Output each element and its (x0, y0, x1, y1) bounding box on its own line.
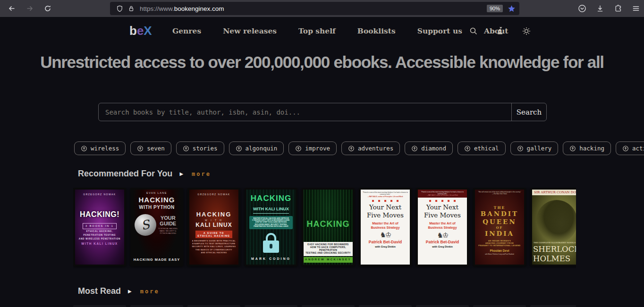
logo-letter-b: b (129, 24, 137, 38)
tag-label: stories (193, 145, 218, 152)
nav-item-support-us[interactable]: Support us (417, 26, 462, 35)
book-cover-your-next-five-moves-alt[interactable]: “Patrick is one of the most exciting thi… (416, 188, 469, 266)
more-link[interactable]: more (140, 288, 160, 295)
reload-icon (44, 5, 51, 12)
book-title: Your NextFive Moves (418, 203, 467, 220)
account-icon[interactable] (495, 26, 505, 36)
book-title-line: THE (475, 206, 524, 210)
book-side-title: YOUR (161, 215, 176, 221)
search-button[interactable]: Search (511, 103, 546, 121)
search-icon[interactable] (468, 26, 479, 36)
tag-hacking[interactable]: hacking (563, 141, 611, 155)
book-title-line: OF (475, 226, 524, 230)
book-coauthor: with Marie-Thérèse Cuny and Paul Rambali (475, 253, 524, 255)
most-read-books-row-peek (73, 305, 576, 307)
tag-gallery[interactable]: gallery (510, 141, 559, 155)
book-coauthor: with Greg Dinkin (418, 245, 467, 249)
book-side-title: GUIDE (160, 221, 176, 226)
book-series-line: THE COMPLETE ILLUSTRATED NOVELS (534, 241, 576, 244)
book-cover-your-next-five-moves[interactable]: “Patrick is one of the most exciting thi… (359, 188, 412, 266)
site-logo[interactable]: beX (129, 24, 152, 38)
tag-label: diamond (421, 145, 446, 152)
theme-toggle-sun-icon[interactable] (521, 26, 532, 36)
tag-algonquin[interactable]: algonquin (229, 141, 284, 155)
more-link[interactable]: more (192, 171, 211, 177)
book-cover-bandit-queen-of-india[interactable]: “She will remain one of the most celebra… (473, 188, 526, 266)
book-cover-hacking-kali-red[interactable]: GRZEGORZ NOWAK HACKING W I T H KALI LINU… (187, 188, 240, 266)
tag-wireless[interactable]: wireless (74, 141, 126, 155)
silhouette-figure (536, 200, 576, 243)
trend-up-icon (236, 145, 242, 152)
book-cover-hacking-3-books[interactable]: GRZEGORZ NOWAK HACKING! 3 BOOKS IN 1 ETH… (73, 188, 126, 266)
book-cover-peek (359, 305, 412, 307)
book-subtitle: WITH KALI LINUX (253, 207, 289, 213)
lock-icon[interactable] (128, 5, 135, 12)
trending-tags-row: wireless seven stories algonquin improve… (74, 141, 644, 156)
book-cover-peek (473, 305, 526, 307)
nav-icons (468, 26, 532, 36)
tag-stories[interactable]: stories (176, 141, 224, 155)
search-input[interactable] (99, 103, 511, 121)
book-subtitle: WITH PYTHON (132, 205, 181, 211)
tag-adventures[interactable]: adventures (341, 141, 400, 155)
reload-button[interactable] (41, 2, 55, 15)
section-most-read-header: Most Read ▶ more (78, 286, 160, 296)
book-title-line: BANDIT (475, 210, 524, 218)
book-body-line: SECURITY WITH KALI LINUX, LEARNING (189, 246, 238, 248)
caret-right-icon: ▶ (179, 171, 183, 176)
book-cover-hacking-with-python[interactable]: EVAN LANE HACKING WITH PYTHON S YOURGUID… (130, 188, 183, 266)
shield-icon[interactable] (116, 5, 123, 12)
back-icon (8, 5, 16, 12)
book-top-quote-attr: —The New York Times (475, 193, 524, 195)
trend-up-icon (183, 145, 189, 152)
tag-label: adventures (358, 145, 393, 152)
trend-up-icon (348, 145, 355, 152)
extensions-puzzle-icon[interactable] (614, 4, 622, 13)
tag-diamond[interactable]: diamond (405, 141, 453, 155)
trend-up-icon (517, 145, 524, 152)
trend-up-icon (137, 145, 144, 152)
book-cover-hacking-beginners[interactable]: HACKING EASY HACKING FOR BEGINNERS HOW T… (302, 188, 355, 266)
book-subtitle-line: ETHICAL HACKING, (75, 230, 124, 233)
book-cover-peek (73, 305, 126, 307)
url-bar[interactable]: https://www.bookenginex.com 90% (110, 2, 519, 15)
chess-pieces-illustration: ♞♔ (361, 231, 410, 240)
download-icon[interactable] (596, 4, 604, 13)
chess-pieces-illustration: ♞♔ (418, 231, 467, 240)
menu-hamburger-icon[interactable] (632, 4, 640, 13)
nav-item-new-releases[interactable]: New releases (223, 26, 277, 35)
book-subtitle: Master the Art ofBusiness Strategy (361, 221, 410, 230)
book-top-banner: “Patrick is one of the most exciting thi… (418, 190, 467, 198)
book-title: HACKING (132, 196, 181, 205)
tag-label: acti (632, 145, 644, 152)
bookmark-star-icon[interactable] (508, 5, 516, 13)
tag-acti[interactable]: acti (616, 141, 644, 155)
trend-up-icon (411, 145, 418, 152)
forward-button[interactable] (23, 2, 37, 15)
book-quote: “Patrick is one of the most exciting thi… (361, 191, 410, 196)
book-coauthor: with Greg Dinkin (361, 245, 410, 249)
url-domain: bookenginex.com (174, 5, 224, 12)
tag-seven[interactable]: seven (130, 141, 171, 155)
nav-item-genres[interactable]: Genres (172, 26, 201, 35)
tag-improve[interactable]: improve (288, 141, 337, 155)
book-title: HACKING! (75, 210, 124, 219)
section-title: Most Read (78, 286, 121, 296)
zoom-level-badge[interactable]: 90% (487, 5, 503, 12)
tag-ethical[interactable]: ethical (458, 141, 506, 155)
logo-letter-e: e (137, 24, 144, 38)
nav-item-top-shelf[interactable]: Top shelf (298, 26, 336, 35)
book-cover-sherlock-holmes[interactable]: SIR ARTHUR CONAN DOYLE THE COMPLETE ILLU… (530, 188, 576, 266)
book-title: Your NextFive Moves (361, 203, 410, 220)
tag-label: improve (305, 145, 330, 152)
section-title: Recommended For You (78, 169, 172, 179)
book-title2: KALI LINUX (189, 222, 238, 229)
book-cover-peek (245, 305, 297, 307)
book-title: HACKING (304, 219, 353, 230)
pocket-icon[interactable] (578, 4, 586, 13)
book-cover-hacking-kali-green[interactable]: HACKING WITH KALI LINUX MASTER ETHICAL H… (245, 188, 297, 266)
nav-item-booklists[interactable]: Booklists (357, 26, 396, 35)
back-button[interactable] (5, 2, 19, 15)
book-author: Patrick Bet-David (361, 240, 410, 245)
logo-letter-x: X (144, 24, 152, 38)
